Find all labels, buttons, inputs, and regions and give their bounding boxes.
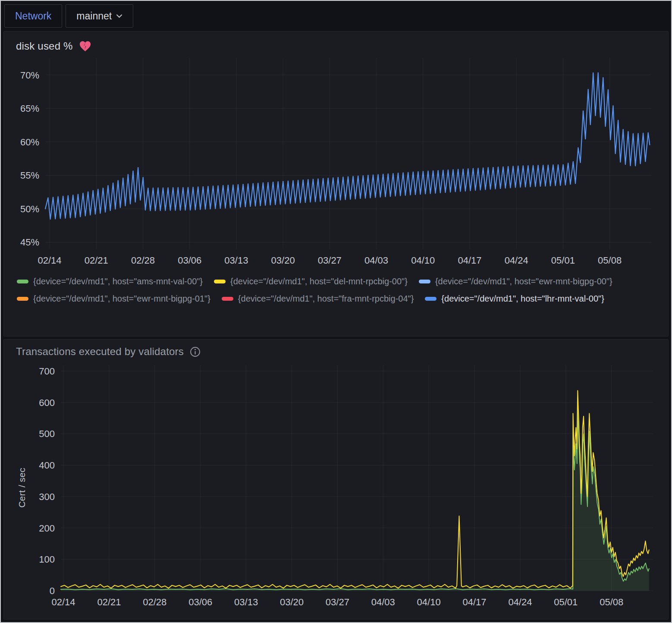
legend-item[interactable]: {device="/dev/md1", host="ams-mnt-val-00… [17,277,203,286]
axis-tick-labels: 010020030040050060070002/1402/2102/2803/… [39,366,623,607]
legend-swatch [425,297,436,301]
svg-text:100: 100 [39,554,55,565]
legend-label: {device="/dev/md1", host="ewr-mnt-bigpg-… [33,294,210,304]
svg-text:04/17: 04/17 [463,597,487,607]
legend-label: {device="/dev/md1", host="ams-mnt-val-00… [33,277,203,286]
svg-text:04/24: 04/24 [505,255,528,266]
svg-text:04/10: 04/10 [411,255,435,266]
svg-text:400: 400 [39,460,55,471]
panel-transactions: Transactions executed by validators Cert… [3,339,669,620]
legend-label: {device="/dev/md1", host="lhr-mnt-val-00… [441,294,604,304]
series-line [61,409,649,590]
axis-tick-labels: 45%50%55%60%65%70%02/1402/2102/2803/0603… [20,70,622,266]
legend-swatch [419,280,430,283]
svg-text:300: 300 [39,491,55,502]
series-group [45,73,650,219]
svg-text:02/14: 02/14 [38,255,62,266]
network-label: Network [15,10,51,22]
legend-swatch [222,297,233,301]
svg-text:600: 600 [39,397,55,408]
legend-swatch [17,297,28,301]
svg-text:50%: 50% [20,204,39,214]
svg-text:04/24: 04/24 [508,597,532,607]
svg-text:03/13: 03/13 [224,255,248,266]
legend-swatch [17,280,28,283]
svg-text:45%: 45% [20,237,39,248]
svg-text:02/21: 02/21 [97,597,121,607]
dashboard-variable-bar: Network mainnet [4,4,669,28]
legend-item[interactable]: {device="/dev/md1", host="lhr-mnt-val-00… [425,294,604,304]
svg-text:04/03: 04/03 [364,255,388,266]
network-variable-select[interactable]: mainnet [66,4,133,28]
y-axis-label: Cert / sec [17,468,27,508]
panel-disk-used: disk used % 45%50%55%60%65%70%02/1402/21… [3,31,669,337]
panel-title-transactions[interactable]: Transactions executed by validators [16,346,184,358]
svg-text:03/27: 03/27 [318,255,342,266]
disk-used-legend: {device="/dev/md1", host="ams-mnt-val-00… [4,271,668,304]
legend-swatch [214,280,226,283]
svg-text:500: 500 [39,428,55,439]
legend-label: {device="/dev/md1", host="fra-mnt-rpcbig… [238,294,414,304]
svg-text:02/14: 02/14 [52,597,75,607]
network-variable-label: Network [4,4,62,28]
series-line [61,390,649,588]
svg-text:03/20: 03/20 [280,597,304,607]
svg-text:02/28: 02/28 [143,597,166,607]
svg-text:02/28: 02/28 [131,255,155,266]
panel-title-disk-used[interactable]: disk used % [16,40,73,52]
svg-text:03/06: 03/06 [188,597,212,607]
svg-text:05/08: 05/08 [598,255,622,266]
series-group [61,390,649,591]
chart-svg: 010020030040050060070002/1402/2102/2803/… [32,360,657,613]
legend-item[interactable]: {device="/dev/md1", host="del-mnt-rpcbig… [214,277,408,286]
svg-text:60%: 60% [20,137,39,148]
legend-item[interactable]: {device="/dev/md1", host="ewr-mnt-bigpg-… [17,294,210,304]
disk-used-chart[interactable]: 45%50%55%60%65%70%02/1402/2102/2803/0603… [4,55,668,271]
gridlines [45,58,652,249]
svg-text:05/01: 05/01 [551,255,575,266]
gridlines [61,365,653,591]
series-area [61,409,649,591]
legend-label: {device="/dev/md1", host="del-mnt-rpcbig… [230,277,408,286]
transactions-chart[interactable]: 010020030040050060070002/1402/2102/2803/… [32,360,657,615]
svg-text:70%: 70% [20,70,39,81]
svg-text:03/13: 03/13 [234,597,258,607]
info-circle-icon[interactable] [190,346,201,357]
svg-text:03/20: 03/20 [271,255,295,266]
svg-text:0: 0 [50,585,55,596]
heart-broken-icon [79,41,91,52]
legend-label: {device="/dev/md1", host="ewr-mnt-bigpg-… [435,277,612,286]
svg-text:200: 200 [39,523,55,534]
svg-text:03/27: 03/27 [326,597,349,607]
svg-text:04/03: 04/03 [371,597,395,607]
svg-text:05/08: 05/08 [600,597,623,607]
svg-text:03/06: 03/06 [178,255,201,266]
grafana-dashboard: { "header": { "network_label": "Network"… [0,0,672,623]
svg-text:65%: 65% [20,103,39,114]
legend-item[interactable]: {device="/dev/md1", host="fra-mnt-rpcbig… [222,294,414,304]
legend-item[interactable]: {device="/dev/md1", host="ewr-mnt-bigpg-… [419,277,612,286]
chevron-down-icon [116,14,122,18]
svg-text:04/10: 04/10 [417,597,441,607]
svg-text:02/21: 02/21 [85,255,108,266]
svg-text:55%: 55% [20,170,39,181]
network-value[interactable]: mainnet [76,10,112,22]
svg-text:04/17: 04/17 [458,255,481,266]
chart-svg: 45%50%55%60%65%70%02/1402/2102/2803/0603… [13,55,656,269]
svg-text:05/01: 05/01 [554,597,578,607]
series-line [45,73,650,219]
svg-text:700: 700 [39,366,55,377]
